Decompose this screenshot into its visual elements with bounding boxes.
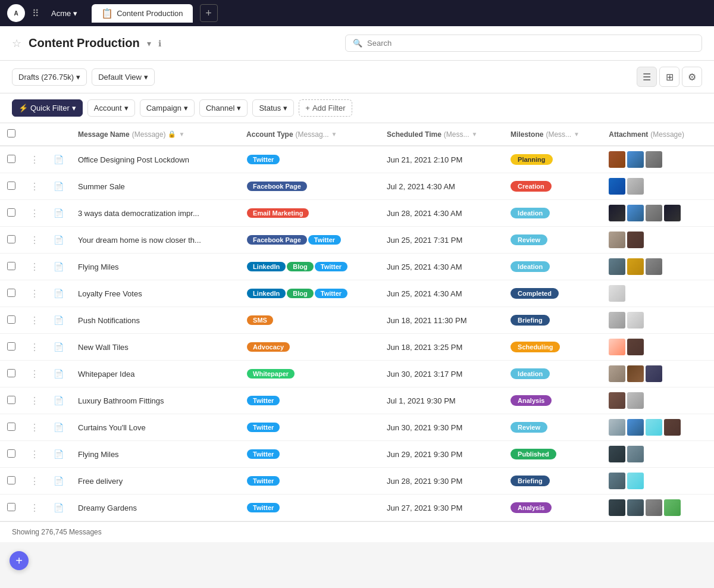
more-options-icon[interactable]: ⋮ [30, 208, 39, 218]
account-tag[interactable]: Twitter [308, 235, 341, 245]
view-dropdown[interactable]: Default View ▾ [92, 68, 155, 86]
row-checkbox[interactable] [7, 315, 15, 324]
attachment-thumbnail[interactable] [627, 365, 644, 382]
more-options-icon[interactable]: ⋮ [30, 369, 39, 379]
attachment-thumbnail[interactable] [627, 151, 644, 168]
channel-filter-button[interactable]: Channel ▾ [199, 99, 248, 117]
more-options-icon[interactable]: ⋮ [30, 476, 39, 486]
account-tag[interactable]: Blog [287, 289, 313, 298]
row-checkbox[interactable] [7, 262, 15, 270]
attachment-thumbnail[interactable] [627, 446, 644, 462]
attachment-thumbnail[interactable] [627, 312, 644, 329]
row-actions-cell[interactable]: ⋮ [23, 146, 46, 173]
row-milestone-cell[interactable]: Creation [503, 173, 602, 200]
row-actions-cell[interactable]: ⋮ [23, 361, 46, 387]
row-checkbox-cell[interactable] [0, 173, 23, 200]
row-milestone-cell[interactable]: Scheduling [503, 334, 602, 361]
attachment-thumbnail[interactable] [609, 499, 625, 516]
account-filter-button[interactable]: Account ▾ [87, 99, 135, 117]
row-checkbox[interactable] [7, 423, 15, 431]
row-checkbox[interactable] [7, 235, 15, 243]
row-milestone-cell[interactable]: Ideation [503, 254, 602, 280]
more-options-icon[interactable]: ⋮ [30, 262, 39, 272]
attachment-thumbnail[interactable] [609, 339, 625, 355]
active-tab[interactable]: 📋 Content Production [92, 4, 192, 23]
row-actions-cell[interactable]: ⋮ [23, 441, 46, 468]
attachment-thumbnail[interactable] [609, 285, 625, 302]
account-tag[interactable]: Twitter [247, 155, 280, 164]
attachment-thumbnail[interactable] [609, 312, 625, 329]
sort-icon[interactable]: ▼ [574, 131, 580, 137]
account-type-header[interactable]: Account Type (Messag... ▼ [239, 123, 380, 146]
row-checkbox[interactable] [7, 503, 15, 511]
row-actions-cell[interactable]: ⋮ [23, 468, 46, 495]
attachment-thumbnail[interactable] [627, 473, 644, 489]
row-checkbox-cell[interactable] [0, 495, 23, 521]
grid-icon[interactable]: ⠿ [30, 5, 42, 21]
row-milestone-cell[interactable]: Analysis [503, 495, 602, 521]
milestone-header[interactable]: Milestone (Mess... ▼ [503, 123, 602, 146]
row-actions-cell[interactable]: ⋮ [23, 227, 46, 254]
row-checkbox-cell[interactable] [0, 146, 23, 173]
scheduled-time-header[interactable]: Scheduled Time (Mess... ▼ [380, 123, 503, 146]
row-checkbox-cell[interactable] [0, 227, 23, 254]
favorite-icon[interactable]: ☆ [12, 37, 21, 50]
attachment-thumbnail[interactable] [627, 205, 644, 221]
account-tag[interactable]: LinkedIn [247, 289, 286, 298]
row-milestone-cell[interactable]: Briefing [503, 307, 602, 334]
row-milestone-cell[interactable]: Completed [503, 280, 602, 307]
account-tag[interactable]: Email Marketing [247, 208, 309, 218]
row-actions-cell[interactable]: ⋮ [23, 414, 46, 441]
account-tag[interactable]: LinkedIn [247, 262, 286, 271]
row-checkbox-cell[interactable] [0, 414, 23, 441]
row-milestone-cell[interactable]: Analysis [503, 387, 602, 414]
row-checkbox[interactable] [7, 342, 15, 351]
attachment-thumbnail[interactable] [609, 258, 625, 275]
sort-icon[interactable]: ▼ [331, 131, 337, 137]
row-checkbox[interactable] [7, 155, 15, 163]
account-tag[interactable]: SMS [247, 315, 273, 325]
attachment-thumbnail[interactable] [627, 178, 644, 195]
row-milestone-cell[interactable]: Ideation [503, 361, 602, 387]
row-milestone-cell[interactable]: Review [503, 414, 602, 441]
more-options-icon[interactable]: ⋮ [30, 396, 39, 406]
add-filter-button[interactable]: + Add Filter [299, 99, 352, 117]
account-tag[interactable]: Advocacy [247, 342, 290, 352]
select-all-checkbox[interactable] [7, 129, 15, 137]
more-options-icon[interactable]: ⋮ [30, 315, 39, 326]
row-actions-cell[interactable]: ⋮ [23, 254, 46, 280]
row-actions-cell[interactable]: ⋮ [23, 334, 46, 361]
attachment-thumbnail[interactable] [664, 205, 681, 221]
row-name-cell[interactable]: Free delivery [71, 468, 239, 495]
row-actions-cell[interactable]: ⋮ [23, 280, 46, 307]
attachment-thumbnail[interactable] [609, 365, 625, 382]
row-milestone-cell[interactable]: Review [503, 227, 602, 254]
row-name-cell[interactable]: New Wall Tiles [71, 334, 239, 361]
attachment-thumbnail[interactable] [646, 258, 662, 275]
attachment-thumbnail[interactable] [646, 151, 662, 168]
search-input[interactable] [367, 39, 694, 48]
attachment-thumbnail[interactable] [609, 232, 625, 248]
row-checkbox[interactable] [7, 289, 15, 297]
row-name-cell[interactable]: Flying Miles [71, 254, 239, 280]
row-checkbox-cell[interactable] [0, 307, 23, 334]
row-checkbox-cell[interactable] [0, 441, 23, 468]
info-icon[interactable]: ℹ [158, 39, 161, 48]
row-actions-cell[interactable]: ⋮ [23, 387, 46, 414]
row-milestone-cell[interactable]: Planning [503, 146, 602, 173]
account-tag[interactable]: Blog [287, 262, 313, 271]
account-tag[interactable]: Facebook Page [247, 235, 307, 245]
attachment-thumbnail[interactable] [609, 446, 625, 462]
more-options-icon[interactable]: ⋮ [30, 235, 39, 245]
attachment-thumbnail[interactable] [609, 205, 625, 221]
attachment-thumbnail[interactable] [627, 232, 644, 248]
row-name-cell[interactable]: Flying Miles [71, 441, 239, 468]
more-options-icon[interactable]: ⋮ [30, 182, 39, 192]
workspace-selector[interactable]: Acme ▾ [46, 7, 82, 20]
row-checkbox-cell[interactable] [0, 361, 23, 387]
drafts-dropdown[interactable]: Drafts (276.75k) ▾ [12, 68, 87, 86]
row-checkbox-cell[interactable] [0, 254, 23, 280]
attachment-thumbnail[interactable] [627, 419, 644, 436]
attachment-thumbnail[interactable] [627, 258, 644, 275]
list-view-button[interactable]: ☰ [637, 67, 657, 87]
